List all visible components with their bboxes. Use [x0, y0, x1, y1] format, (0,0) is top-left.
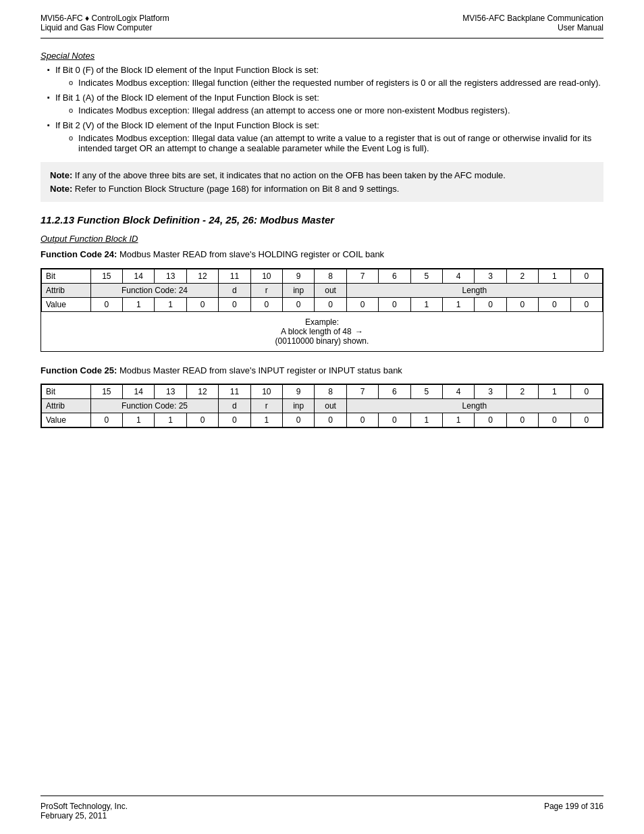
fc25-label: Function Code 25: Modbus Master READ fro…	[41, 364, 603, 377]
page-header: MVI56-AFC ♦ ControlLogix Platform Liquid…	[41, 14, 603, 38]
table-row-header: Bit 15141312 1110 98 7654 3210	[42, 385, 603, 399]
fc24-label: Function Code 24: Modbus Master READ fro…	[41, 248, 603, 261]
section-title: 11.2.13 Function Block Definition - 24, …	[41, 214, 603, 226]
bullet-text-1: If Bit 0 (F) of the Block ID element of …	[55, 65, 603, 90]
bullet-text-3: If Bit 2 (V) of the Block ID element of …	[55, 120, 603, 155]
arrow-right-icon: →	[355, 327, 363, 336]
table-row-attrib: Attrib Function Code: 25 dr inpout Lengt…	[42, 399, 603, 413]
footer-left: ProSoft Technology, Inc. February 25, 20…	[41, 802, 128, 820]
list-item: If Bit 2 (V) of the Block ID element of …	[41, 120, 603, 155]
table-row-attrib: Attrib Function Code: 24 dr inpout Lengt…	[42, 283, 603, 297]
sub-list-1: Indicates Modbus exception: Illegal func…	[55, 78, 603, 88]
special-notes-list: If Bit 0 (F) of the Block ID element of …	[41, 65, 603, 155]
header-subtitle-left: Liquid and Gas Flow Computer	[41, 23, 169, 32]
note-box: Note: If any of the above three bits are…	[41, 162, 603, 202]
footer-page: Page 199 of 316	[544, 802, 603, 811]
note1: Note: If any of the above three bits are…	[50, 169, 594, 182]
special-notes-title: Special Notes	[41, 51, 603, 61]
footer-company: ProSoft Technology, Inc.	[41, 802, 128, 811]
header-title-left: MVI56-AFC ♦ ControlLogix Platform	[41, 14, 169, 23]
sub-list-2: Indicates Modbus exception: Illegal addr…	[55, 105, 603, 115]
header-title-right: MVI56-AFC Backplane Communication	[462, 14, 603, 23]
footer-date: February 25, 2011	[41, 811, 128, 820]
footer-right: Page 199 of 316	[544, 802, 603, 820]
page: MVI56-AFC ♦ ControlLogix Platform Liquid…	[0, 0, 644, 834]
table-fc25: Bit 15141312 1110 98 7654 3210 Attrib Fu…	[41, 384, 603, 427]
example-text: Example: A block length of 48 → (0011000…	[275, 317, 369, 346]
table-fc24-wrapper: Bit 15141312 1110 98 7654 3210 Attrib Fu…	[41, 268, 603, 352]
list-item: If Bit 1 (A) of the Block ID element of …	[41, 93, 603, 118]
note2: Note: Refer to Function Block Structure …	[50, 182, 594, 196]
page-footer: ProSoft Technology, Inc. February 25, 20…	[41, 796, 603, 820]
content-area: Special Notes If Bit 0 (F) of the Block …	[41, 51, 603, 793]
bullet-text-2: If Bit 1 (A) of the Block ID element of …	[55, 93, 603, 118]
sub-list-item: Indicates Modbus exception: Illegal func…	[55, 78, 603, 88]
table-fc24: Bit 15141312 1110 98 7654 3210 Attrib Fu…	[41, 269, 603, 351]
table-row-value: Value 0110 00 00 0011 0000	[42, 297, 603, 311]
header-left: MVI56-AFC ♦ ControlLogix Platform Liquid…	[41, 14, 169, 32]
header-subtitle-right: User Manual	[462, 23, 603, 32]
sub-list-item: Indicates Modbus exception: Illegal data…	[55, 133, 603, 153]
table-row-value: Value 0110 01 00 0011 0000	[42, 413, 603, 427]
list-item: If Bit 0 (F) of the Block ID element of …	[41, 65, 603, 90]
table-fc25-wrapper: Bit 15141312 1110 98 7654 3210 Attrib Fu…	[41, 384, 603, 428]
table-row-header: Bit 15141312 1110 98 7654 3210	[42, 269, 603, 283]
header-right: MVI56-AFC Backplane Communication User M…	[462, 14, 603, 32]
sub-list-item: Indicates Modbus exception: Illegal addr…	[55, 105, 603, 115]
table-row-example: Example: A block length of 48 → (0011000…	[42, 311, 603, 351]
output-function-block-subtitle: Output Function Block ID	[41, 234, 603, 244]
sub-list-3: Indicates Modbus exception: Illegal data…	[55, 133, 603, 153]
